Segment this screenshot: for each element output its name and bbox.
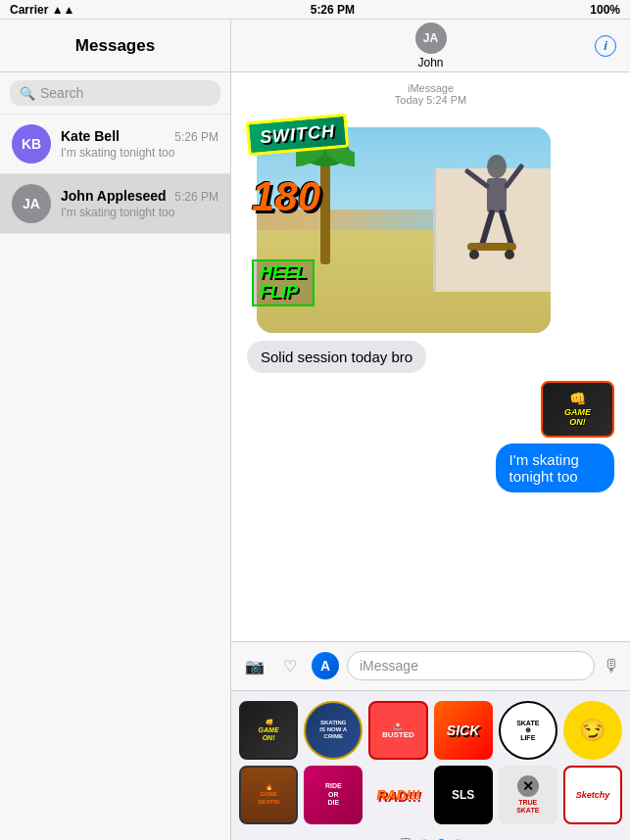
conv-name-kate-bell: Kate Bell xyxy=(61,128,120,144)
sticker-180: 180 xyxy=(252,176,320,217)
sticker-true-skate-cell[interactable]: ✕ TRUESKATE xyxy=(499,766,557,824)
skate-sticker-image: SWITCH 180 HEEL FLIP xyxy=(247,117,551,333)
svg-line-7 xyxy=(502,212,511,245)
sidebar-header: Messages xyxy=(0,20,230,72)
sticker-gone-skatin-cell[interactable]: 🔥GONESKATIN xyxy=(239,766,298,824)
search-icon: 🔍 xyxy=(20,86,35,101)
svg-line-6 xyxy=(482,212,492,245)
tray-bottom: ⊞ xyxy=(239,830,622,840)
avatar-kate-bell: KB xyxy=(12,124,51,163)
svg-line-9 xyxy=(507,166,521,186)
sticker-tray: 👊GAMEON! SKATINGIS NOW ACRIME 🚨BUSTED SI… xyxy=(231,690,630,840)
mic-button[interactable]: 🎙 xyxy=(603,656,620,677)
sent-bubble: I'm skating tonight too xyxy=(496,443,614,492)
time-label: 5:26 PM xyxy=(311,3,355,17)
tray-grid-icon[interactable]: ⊞ xyxy=(400,834,412,840)
carrier-label: Carrier ▲▲ xyxy=(10,3,74,17)
sidebar-title: Messages xyxy=(75,36,155,56)
chat-header-name: John xyxy=(417,56,443,70)
conv-content-john-appleseed: John Appleseed 5:26 PM I'm skating tonig… xyxy=(61,188,218,219)
sticker-grid-row1: 👊GAMEON! SKATINGIS NOW ACRIME 🚨BUSTED SI… xyxy=(239,701,622,760)
sticker-skating-crime-cell[interactable]: SKATINGIS NOW ACRIME xyxy=(304,701,363,760)
conv-time-kate-bell: 5:26 PM xyxy=(174,130,218,144)
avatar-john-appleseed: JA xyxy=(12,184,51,223)
sticker-sketchy-cell[interactable]: Sketchy xyxy=(563,766,622,824)
chat-panel: JA John i iMessage Today 5:24 PM SWITCH … xyxy=(231,20,630,840)
conversation-item-kate-bell[interactable]: KB Kate Bell 5:26 PM I'm skating tonight… xyxy=(0,115,230,174)
sticker-ride-or-die-cell[interactable]: RIDEORDIE xyxy=(304,766,363,824)
info-icon[interactable]: i xyxy=(595,35,616,57)
svg-rect-5 xyxy=(487,178,507,212)
chat-input-bar: 📷 ♡ A iMessage 🎙 xyxy=(231,641,630,690)
chat-messages: iMessage Today 5:24 PM SWITCH 180 HEEL F… xyxy=(231,72,630,641)
svg-point-4 xyxy=(487,155,507,178)
status-bar: Carrier ▲▲ 5:26 PM 100% xyxy=(0,0,630,20)
conversation-item-john-appleseed[interactable]: JA John Appleseed 5:26 PM I'm skating to… xyxy=(0,174,230,234)
conv-preview-john-appleseed: I'm skating tonight too xyxy=(61,206,218,219)
svg-line-8 xyxy=(467,171,487,186)
skater-silhouette xyxy=(443,137,531,264)
svg-point-11 xyxy=(469,250,479,259)
received-bubble: Solid session today bro xyxy=(247,341,426,373)
message-input[interactable]: iMessage xyxy=(347,651,595,680)
battery-label: 100% xyxy=(590,3,620,17)
conv-name-john-appleseed: John Appleseed xyxy=(61,188,167,204)
imessage-label: iMessage Today 5:24 PM xyxy=(247,82,614,106)
chat-header: JA John i xyxy=(231,20,630,72)
svg-rect-10 xyxy=(467,243,516,251)
sticker-grid-row2: 🔥GONESKATIN RIDEORDIE RAD!!! SLS xyxy=(239,766,622,824)
sticker-rad-cell[interactable]: RAD!!! xyxy=(368,766,427,824)
camera-button[interactable]: 📷 xyxy=(241,652,268,679)
sidebar: Messages 🔍 Search KB Kate Bell 5:26 PM I… xyxy=(0,20,231,840)
sticker-ready-skate-cell[interactable]: 😏 xyxy=(563,701,622,760)
search-input[interactable]: Search xyxy=(40,85,83,101)
sticker-game-on: 👊 GAMEON! xyxy=(541,381,614,438)
chat-header-avatar: JA xyxy=(415,23,447,54)
sticker-game-on-text: GAMEON! xyxy=(564,408,591,428)
sticker-sls-cell[interactable]: SLS xyxy=(434,766,493,824)
heart-button[interactable]: ♡ xyxy=(276,652,304,679)
conv-preview-kate-bell: I'm skating tonight too xyxy=(61,146,218,160)
search-bar-wrapper: 🔍 Search xyxy=(0,72,230,115)
conv-content-kate-bell: Kate Bell 5:26 PM I'm skating tonight to… xyxy=(61,128,218,160)
sticker-skate-life-cell[interactable]: SKATE⊕LIFE xyxy=(499,701,557,760)
imessage-app-button[interactable]: A xyxy=(312,652,339,679)
sticker-heelflip: HEEL FLIP xyxy=(252,259,315,306)
search-bar[interactable]: 🔍 Search xyxy=(10,80,220,106)
svg-point-12 xyxy=(505,250,514,259)
sticker-busted-cell[interactable]: 🚨BUSTED xyxy=(368,701,427,760)
sticker-sick-cell[interactable]: SICK xyxy=(434,701,493,760)
conv-time-john-appleseed: 5:26 PM xyxy=(174,190,218,204)
sticker-game-on-cell[interactable]: 👊GAMEON! xyxy=(239,701,298,760)
conversation-list: KB Kate Bell 5:26 PM I'm skating tonight… xyxy=(0,115,230,840)
